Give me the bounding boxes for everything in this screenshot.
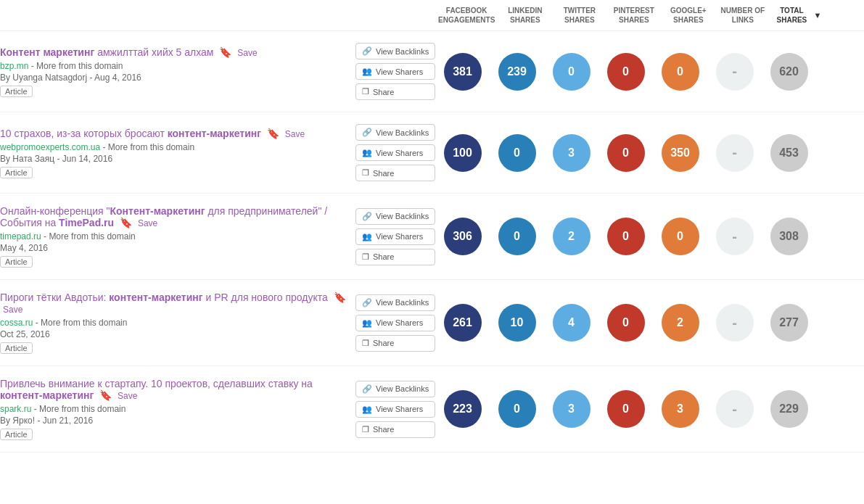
save-link[interactable]: Save [285,129,305,139]
links-circle: - [716,218,754,255]
facebook-circle: 223 [444,390,482,428]
article-link[interactable]: Пироги тётки Авдотьи: контент-маркетинг … [0,292,328,303]
article-title: Привлечь внимание к стартапу. 10 проекто… [0,378,347,401]
header-total[interactable]: TOTAL SHARES ▼ [770,6,824,25]
share-button[interactable]: ❐ Share [355,165,435,181]
bookmark-icon: 🔖 [267,128,279,139]
twitter-metric: 3 [544,390,598,428]
article-link[interactable]: Контент маркетинг амжилттай хийх 5 алхам [0,46,214,58]
table-row: Контент маркетинг амжилттай хийх 5 алхам… [0,31,864,112]
article-link[interactable]: Привлечь внимание к стартапу. 10 проекто… [0,378,313,401]
domain-link[interactable]: bzp.mn [0,61,28,71]
domain-more: - More from this domain [31,61,123,71]
save-link[interactable]: Save [237,48,257,58]
googleplus-circle: 2 [662,304,699,342]
total-metric: 620 [762,53,816,91]
domain-link[interactable]: timepad.ru [0,231,41,241]
total-metric: 453 [762,134,816,172]
total-circle: 620 [770,53,808,91]
domain-link[interactable]: webpromoexperts.com.ua [0,142,100,152]
article-title-col: Контент маркетинг амжилттай хийх 5 алхам… [0,46,355,97]
share-icon: ❐ [362,425,369,434]
twitter-metric: 4 [544,304,598,342]
twitter-circle: 2 [553,218,591,255]
share-button[interactable]: ❐ Share [355,421,435,438]
domain-link[interactable]: spark.ru [0,404,31,414]
share-icon: ❐ [362,87,369,96]
total-circle: 308 [770,218,808,255]
linkedin-circle: 0 [498,134,536,172]
links-metric: - [707,53,762,91]
twitter-metric: 3 [544,134,598,172]
bookmark-icon: 🔖 [99,389,112,401]
article-title-col: Онлайн-конференция "Контент-маркетинг дл… [0,205,355,268]
bookmark-icon: 🔖 [334,292,346,303]
sharers-icon: 👥 [362,318,372,328]
domain-more: - More from this domain [102,142,194,152]
total-circle: 453 [770,134,808,172]
googleplus-metric: 3 [653,390,707,428]
linkedin-metric: 0 [490,218,544,255]
googleplus-metric: 350 [653,134,707,172]
article-tag: Article [0,86,33,97]
share-button[interactable]: ❐ Share [355,249,435,265]
actions-col: 🔗 View Backlinks 👥 View Sharers ❐ Share [355,124,435,181]
domain-more: - More from this domain [34,404,126,414]
domain-link[interactable]: cossa.ru [0,318,33,328]
view-sharers-button[interactable]: 👥 View Sharers [355,63,435,80]
save-link[interactable]: Save [118,391,137,401]
article-title-col: Пироги тётки Авдотьи: контент-маркетинг … [0,292,355,354]
view-backlinks-button[interactable]: 🔗 View Backlinks [355,124,435,141]
author-line: May 4, 2016 [0,243,347,253]
table-row: Привлечь внимание к стартапу. 10 проекто… [0,366,864,453]
twitter-circle: 3 [553,134,591,172]
facebook-metric: 261 [435,304,490,342]
view-sharers-button[interactable]: 👥 View Sharers [355,228,435,245]
total-metric: 277 [762,304,816,342]
backlinks-icon: 🔗 [362,212,372,221]
author-line: By Ната Заяц - Jun 14, 2016 [0,154,347,164]
facebook-metric: 100 [435,134,490,172]
linkedin-metric: 0 [490,390,544,428]
view-backlinks-button[interactable]: 🔗 View Backlinks [355,294,435,311]
pinterest-circle: 0 [607,390,645,428]
twitter-metric: 0 [544,53,598,91]
author-line: By Ярко! - Jun 21, 2016 [0,416,347,426]
article-tag: Article [0,167,33,178]
table-row: Онлайн-конференция "Контент-маркетинг дл… [0,194,864,280]
facebook-circle: 261 [444,304,482,342]
pinterest-metric: 0 [598,134,653,172]
domain-line: cossa.ru - More from this domain [0,318,347,328]
pinterest-metric: 0 [598,218,653,255]
share-icon: ❐ [362,339,369,348]
linkedin-metric: 0 [490,134,544,172]
facebook-metric: 306 [435,218,490,255]
view-backlinks-button[interactable]: 🔗 View Backlinks [355,208,435,225]
view-backlinks-button[interactable]: 🔗 View Backlinks [355,381,435,397]
domain-line: bzp.mn - More from this domain [0,61,347,71]
save-link[interactable]: Save [138,218,157,228]
backlinks-icon: 🔗 [362,46,372,56]
pinterest-metric: 0 [598,390,653,428]
googleplus-metric: 2 [653,304,707,342]
links-metric: - [707,218,762,255]
save-link[interactable]: Save [3,305,22,315]
article-link[interactable]: 10 страхов, из-за которых бросают контен… [0,128,261,139]
pinterest-metric: 0 [598,304,653,342]
article-link[interactable]: Онлайн-конференция "Контент-маркетинг дл… [0,205,327,228]
article-tag: Article [0,429,33,440]
view-sharers-button[interactable]: 👥 View Sharers [355,144,435,161]
actions-col: 🔗 View Backlinks 👥 View Sharers ❐ Share [355,43,435,100]
view-sharers-button[interactable]: 👥 View Sharers [355,401,435,418]
linkedin-circle: 0 [498,218,536,255]
googleplus-metric: 0 [653,53,707,91]
view-backlinks-button[interactable]: 🔗 View Backlinks [355,43,435,59]
article-title-col: Привлечь внимание к стартапу. 10 проекто… [0,378,355,440]
googleplus-metric: 0 [653,218,707,255]
actions-col: 🔗 View Backlinks 👥 View Sharers ❐ Share [355,381,435,438]
share-button[interactable]: ❐ Share [355,83,435,100]
view-sharers-button[interactable]: 👥 View Sharers [355,315,435,331]
linkedin-circle: 10 [498,304,536,342]
total-shares-label: TOTAL SHARES [773,6,810,25]
share-button[interactable]: ❐ Share [355,335,435,352]
